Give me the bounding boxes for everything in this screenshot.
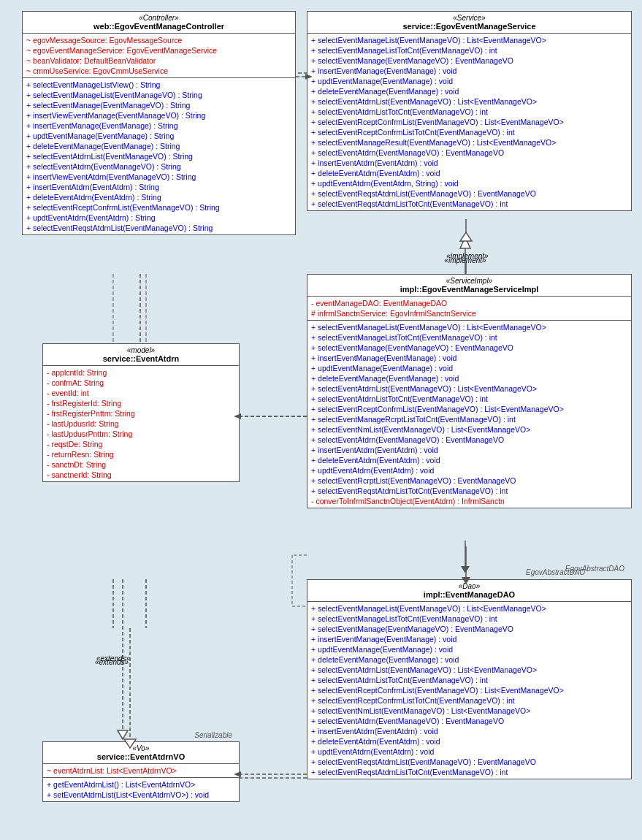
service-stereotype: «Service» [311,14,627,22]
method-row: + selectEventManageResult(EventManageVO)… [311,137,627,148]
method-row: + insertEventAtdrn(EventAtdrn) : void [311,726,627,736]
method-row: + selectEventAtdrnList(EventManageVO) : … [311,665,627,675]
method-row: + insertEventAtdrn(EventAtdrn) : void [311,158,627,168]
svg-text:«extends»: «extends» [95,658,129,666]
method-row: + selectEventRceptConfrmListTotCnt(Event… [311,127,627,137]
controller-methods: + selectEventManageListView() : String +… [23,78,295,234]
field-row: - sanctnDt: String [47,459,235,470]
method-row: + getEventAtdrnList() : List<EventAtdrnV… [47,779,235,790]
method-row: + deleteEventManage(EventManage) : void [311,86,627,96]
field-row: # infrmlSanctnService: EgovInfrmlSanctnS… [311,308,627,318]
serviceimpl-fields: - eventManageDAO: EventManageDAO # infrm… [307,297,631,321]
method-row: + insertEventManage(EventManage) : void [311,353,627,363]
method-row: + selectEventReqstAtdrnList(EventManageV… [311,757,627,767]
method-row: + selectEventReqstAtdrnListTotCnt(EventM… [311,767,627,777]
method-row: + updtEventManage(EventManage) : String [26,131,291,141]
egov-abstract-dao-label: EgovAbstractDAO [526,568,585,576]
method-row: + selectEventManageList(EventManageVO) :… [311,603,627,614]
method-row: + updtEventAtdrn(EventAtdrn) : void [311,747,627,757]
method-row: + updtEventManage(EventManage) : void [311,363,627,373]
method-row: + updtEventManage(EventManage) : void [311,76,627,86]
method-row: + selectEventRceptConfrmList(EventManage… [311,117,627,127]
method-row: + selectEventManageList(EventManageVO) :… [311,35,627,45]
implement-label: «implement» [424,252,511,260]
field-row: - returnResn: String [47,449,235,459]
service-box: «Service» service::EgovEventManageServic… [307,11,632,211]
eventatdrnvo-box: «Vo» service::EventAtdrnVO ~ eventAtdrnL… [42,741,240,802]
method-row: + insertEventManage(EventManage) : void [311,634,627,644]
field-row: - frstRegisterId: String [47,398,235,408]
field-row: - frstRegisterPnttm: String [47,408,235,419]
method-row: + deleteEventAtdrn(EventAtdrn) : void [311,168,627,178]
method-row: + selectEventManage(EventManageVO) : Eve… [311,624,627,634]
method-row: + selectEventAtdrn(EventManageVO) : Stri… [26,161,291,172]
method-row: + deleteEventAtdrn(EventAtdrn) : void [311,455,627,465]
method-row: + selectEventManageRcrptListTotCnt(Event… [311,414,627,424]
field-row: - reqstDe: String [47,439,235,449]
serviceimpl-header: «ServiceImpl» impl::EgovEventManageServi… [307,275,631,297]
method-row: + selectEventManageList(EventManageVO) :… [311,322,627,332]
method-row: + selectEventManageListTotCnt(EventManag… [311,332,627,343]
method-row: + insertViewEventManage(EventManageVO) :… [26,110,291,121]
eventatdrnvo-header: «Vo» service::EventAtdrnVO [43,742,239,764]
method-row: + updtEventManage(EventManage) : void [311,644,627,654]
method-row: + insertEventAtdrn(EventAtdrn) : void [311,445,627,455]
method-row: + selectEventNmList(EventManageVO) : Lis… [311,706,627,716]
field-row: ~ egovMessageSource: EgovMessageSource [26,35,291,45]
field-row: - confmAt: String [47,378,235,388]
eventatdrnvo-stereotype: «Vo» [47,744,235,752]
method-row: + selectEventRceptConfrmList(EventManage… [26,202,291,213]
method-row: + selectEventAtdrnListTotCnt(EventManage… [311,675,627,685]
method-row: + selectEventRceptConfrmListTotCnt(Event… [311,695,627,706]
field-row: - eventId: int [47,388,235,398]
method-row: + selectEventManageListTotCnt(EventManag… [311,45,627,56]
method-row: + updtEventAtdrn(EventAtdrn) : void [311,465,627,476]
dao-box: «Dao» impl::EventManageDAO + selectEvent… [307,579,632,779]
controller-box: «Controller» web::EgovEventManageControl… [22,11,296,235]
diagram-container: «implement» «extends» EgovAbstractDAO «C… [0,0,642,840]
dao-classname: impl::EventManageDAO [311,590,627,599]
method-row: + setEventAtdrnList(List<EventAtdrnVO>) … [47,790,235,800]
method-row: + deleteEventManage(EventManage) : Strin… [26,141,291,151]
eventatdrn-classname: service::EventAtdrn [47,354,235,363]
field-row: - sanctnerId: String [47,470,235,480]
method-row: + insertEventAtdrn(EventAtdrn) : String [26,182,291,192]
service-methods: + selectEventManageList(EventManageVO) :… [307,34,631,210]
method-row: + deleteEventManage(EventManage) : void [311,373,627,383]
svg-marker-6 [461,566,470,573]
controller-header: «Controller» web::EgovEventManageControl… [23,12,295,34]
service-header: «Service» service::EgovEventManageServic… [307,12,631,34]
serviceimpl-classname: impl::EgovEventManageServiceImpl [311,285,627,294]
method-row: + selectEventManageList(EventManageVO) :… [26,90,291,100]
method-row: + selectEventManage(EventManageVO) : Eve… [311,56,627,66]
method-row: + selectEventReqstAtdrnList(EventManageV… [26,223,291,233]
eventatdrnvo-methods: + getEventAtdrnList() : List<EventAtdrnV… [43,778,239,801]
serializable-label: Serializable [159,731,232,739]
method-row: + selectEventReqstAtdrnListTotCnt(EventM… [311,199,627,209]
method-row: + selectEventReqstAtdrnList(EventManageV… [311,188,627,199]
controller-stereotype: «Controller» [26,14,291,22]
svg-marker-3 [460,237,470,248]
controller-fields: ~ egovMessageSource: EgovMessageSource ~… [23,34,295,78]
method-row: + selectEventRceptConfrmList(EventManage… [311,685,627,695]
method-row: + selectEventManage(EventManageVO) : Eve… [311,343,627,353]
field-row: - applcntId: String [47,367,235,378]
method-row: + selectEventAtdrnList(EventManageVO) : … [311,383,627,394]
method-row: + selectEventAtdrn(EventManageVO) : Even… [311,716,627,726]
eventatdrnvo-fields: ~ eventAtdrnList: List<EventAtdrnVO> [43,764,239,778]
method-row: + deleteEventAtdrn(EventAtdrn) : String [26,192,291,202]
method-row: + selectEventManageListTotCnt(EventManag… [311,614,627,624]
svg-marker-11 [118,730,128,739]
field-row: ~ beanValidator: DefaultBeanValidator [26,56,291,66]
svg-marker-22 [460,232,472,241]
method-row: + selectEventRcrptList(EventManageVO) : … [311,476,627,486]
method-row: + updtEventAtdrn(EventAtdrn) : String [26,213,291,223]
method-row: + insertEventManage(EventManage) : Strin… [26,121,291,131]
eventatdrn-box: «model» service::EventAtdrn - applcntId:… [42,343,240,482]
method-row: + selectEventAtdrnListTotCnt(EventManage… [311,107,627,117]
dao-stereotype: «Dao» [311,582,627,590]
method-row: + selectEventReqstAtdrnListTotCnt(EventM… [311,486,627,496]
field-row: ~ egovEventManageService: EgovEventManag… [26,45,291,56]
method-row: + selectEventRceptConfrmList(EventManage… [311,404,627,414]
serviceimpl-methods: + selectEventManageList(EventManageVO) :… [307,321,631,508]
